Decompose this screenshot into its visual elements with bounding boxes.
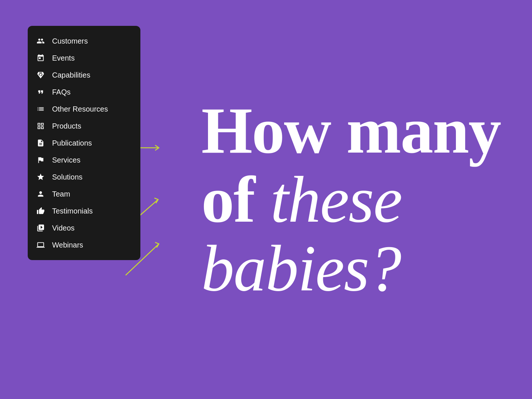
headline-line3: babies? xyxy=(201,234,501,303)
sidebar-label-publications: Publications xyxy=(52,139,92,147)
sidebar-label-products: Products xyxy=(52,122,81,130)
sidebar-label-customers: Customers xyxy=(52,37,88,45)
sidebar-label-events: Events xyxy=(52,54,75,62)
sidebar: Customers Events Capabilities FAQs xyxy=(28,26,140,260)
sidebar-item-solutions[interactable]: Solutions xyxy=(28,168,140,185)
sidebar-label-capabilities: Capabilities xyxy=(52,71,90,79)
headline-block: How many of these babies? xyxy=(190,96,501,303)
headline-of: of xyxy=(201,163,270,236)
thumbsup-icon xyxy=(36,206,45,216)
sidebar-label-webinars: Webinars xyxy=(52,241,83,249)
flag-icon xyxy=(36,155,45,165)
sidebar-item-webinars[interactable]: Webinars xyxy=(28,236,140,253)
video-icon xyxy=(36,223,45,233)
sidebar-label-testimonials: Testimonials xyxy=(52,207,93,215)
headline-line1: How many xyxy=(201,96,501,165)
sidebar-label-videos: Videos xyxy=(52,224,75,232)
grid-icon xyxy=(36,121,45,131)
sidebar-item-services[interactable]: Services xyxy=(28,151,140,168)
star-icon xyxy=(36,172,45,182)
quote-icon xyxy=(36,87,45,97)
headline-line2: of these xyxy=(201,165,501,234)
sidebar-label-team: Team xyxy=(52,190,70,198)
sidebar-item-testimonials[interactable]: Testimonials xyxy=(28,202,140,219)
sidebar-item-products[interactable]: Products xyxy=(28,117,140,134)
sidebar-item-faqs[interactable]: FAQs xyxy=(28,83,140,100)
sidebar-item-customers[interactable]: Customers xyxy=(28,33,140,50)
sidebar-label-solutions: Solutions xyxy=(52,173,82,181)
document-icon xyxy=(36,138,45,148)
diamond-icon xyxy=(36,70,45,80)
main-content: How many of these babies? xyxy=(159,0,532,399)
sidebar-item-capabilities[interactable]: Capabilities xyxy=(28,66,140,83)
calendar-icon xyxy=(36,53,45,63)
person-group-icon xyxy=(36,36,45,46)
list-icon xyxy=(36,104,45,114)
screen-icon xyxy=(36,240,45,250)
sidebar-item-team[interactable]: Team xyxy=(28,185,140,202)
sidebar-label-faqs: FAQs xyxy=(52,88,71,96)
sidebar-item-events[interactable]: Events xyxy=(28,50,140,66)
headline-these: these xyxy=(270,163,402,236)
person-icon xyxy=(36,189,45,199)
sidebar-label-services: Services xyxy=(52,156,81,164)
sidebar-item-other-resources[interactable]: Other Resources xyxy=(28,100,140,117)
sidebar-item-videos[interactable]: Videos xyxy=(28,219,140,236)
sidebar-label-other-resources: Other Resources xyxy=(52,105,108,113)
sidebar-item-publications[interactable]: Publications xyxy=(28,134,140,151)
